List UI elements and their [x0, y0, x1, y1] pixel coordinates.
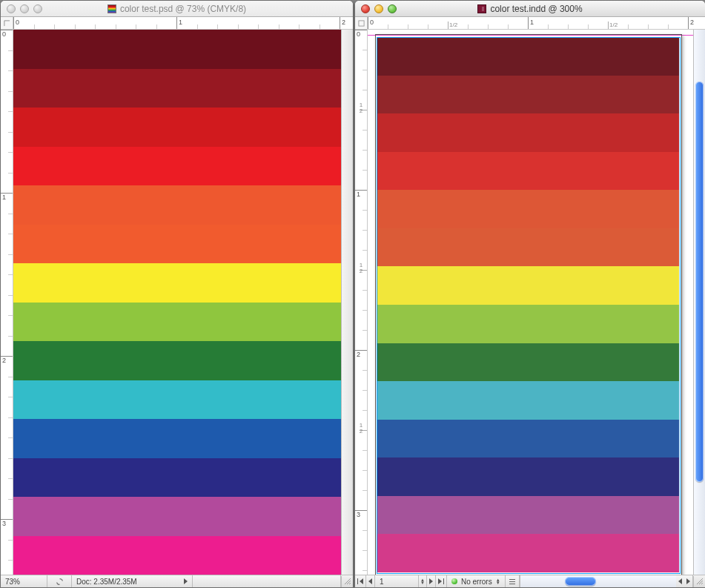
traffic-lights [355, 4, 397, 13]
color-swatch [13, 419, 341, 458]
ruler-origin[interactable] [355, 17, 368, 29]
sync-icon[interactable] [47, 575, 72, 587]
color-swatch [13, 108, 341, 147]
horizontal-scrollbar[interactable] [520, 575, 676, 587]
svg-rect-2 [509, 581, 515, 582]
doc-info[interactable]: Doc: 2.35M/2.35M [72, 575, 193, 587]
minimize-button[interactable] [374, 4, 383, 13]
horizontal-ruler[interactable]: 01/211/22 [368, 17, 705, 29]
color-swatch [13, 458, 341, 498]
scrollbar-thumb[interactable] [695, 82, 704, 482]
next-page-button[interactable] [427, 575, 436, 587]
zoom-button[interactable] [388, 4, 397, 13]
indesign-window: color test.indd @ 300% 01/211/22 0121122… [354, 0, 705, 588]
color-swatch [13, 225, 341, 264]
scroll-left-button[interactable] [676, 575, 684, 587]
color-swatch [13, 69, 341, 108]
color-swatch [377, 76, 679, 114]
close-button[interactable] [361, 4, 370, 13]
vertical-scrollbar[interactable] [341, 30, 353, 575]
color-swatch [13, 30, 341, 69]
document-icon [477, 4, 486, 13]
scroll-right-button[interactable] [684, 575, 693, 587]
photoshop-window: color test.psd @ 73% (CMYK/8) 012 0123 7… [0, 0, 354, 588]
zoom-level[interactable]: 73% [1, 575, 47, 587]
color-swatch [13, 263, 341, 303]
color-swatch [377, 113, 679, 152]
preflight-ok-icon [451, 578, 457, 584]
color-swatch [377, 457, 679, 496]
ruler-strip: 012 [1, 17, 353, 30]
status-bar: 73% Doc: 2.35M/2.35M [1, 575, 353, 587]
zoom-button[interactable] [33, 4, 42, 13]
titlebar[interactable]: color test.psd @ 73% (CMYK/8) [1, 1, 353, 17]
svg-rect-0 [358, 20, 363, 25]
resize-handle[interactable] [693, 576, 705, 587]
color-swatch [13, 303, 341, 342]
document-icon [107, 4, 116, 13]
color-swatch [13, 497, 341, 536]
horizontal-ruler[interactable]: 012 [13, 17, 353, 29]
color-swatch [377, 305, 679, 343]
color-swatch [13, 341, 341, 380]
scrollbar-thumb[interactable] [565, 577, 596, 586]
window-title: color test.psd @ 73% (CMYK/8) [120, 4, 246, 14]
resize-handle[interactable] [341, 576, 353, 587]
last-page-button[interactable] [436, 575, 447, 587]
color-swatch [13, 185, 341, 225]
disclosure-icon [184, 578, 188, 584]
vertical-ruler[interactable]: 0121122123 [355, 30, 368, 575]
document-canvas[interactable] [13, 30, 341, 575]
minimize-button[interactable] [20, 4, 29, 13]
ruler-strip: 01/211/22 [355, 17, 705, 30]
color-swatch [377, 381, 679, 420]
ruler-origin[interactable] [1, 17, 13, 29]
color-swatch [377, 420, 679, 458]
traffic-lights [1, 4, 42, 13]
status-bar: 1 ▲▼ No errors ▲▼ [355, 575, 705, 587]
color-swatch [13, 536, 341, 575]
preflight-status[interactable]: No errors ▲▼ [447, 575, 506, 587]
color-swatch [377, 37, 679, 76]
color-swatch [377, 152, 679, 191]
page-field[interactable]: 1 [375, 575, 419, 587]
document-canvas[interactable] [368, 30, 693, 575]
page-dropdown[interactable]: ▲▼ [419, 575, 427, 587]
first-page-button[interactable] [355, 575, 366, 587]
color-swatch [377, 343, 679, 382]
prev-page-button[interactable] [366, 575, 375, 587]
svg-rect-1 [509, 579, 515, 580]
horizontal-scrollbar[interactable] [193, 575, 341, 587]
color-swatch [13, 380, 341, 420]
color-swatch [377, 534, 679, 572]
color-swatch [377, 266, 679, 305]
vertical-ruler[interactable]: 0123 [1, 30, 13, 575]
color-swatch [377, 228, 679, 267]
dropdown-icon: ▲▼ [496, 578, 500, 584]
window-title: color test.indd @ 300% [490, 4, 582, 14]
svg-rect-3 [509, 584, 515, 584]
margin-guide [368, 35, 693, 36]
vertical-scrollbar[interactable] [693, 30, 705, 575]
color-swatch [13, 147, 341, 186]
close-button[interactable] [7, 4, 16, 13]
preflight-menu[interactable] [506, 575, 520, 587]
color-swatch [377, 496, 679, 535]
color-swatch [377, 190, 679, 228]
titlebar[interactable]: color test.indd @ 300% [355, 1, 705, 17]
